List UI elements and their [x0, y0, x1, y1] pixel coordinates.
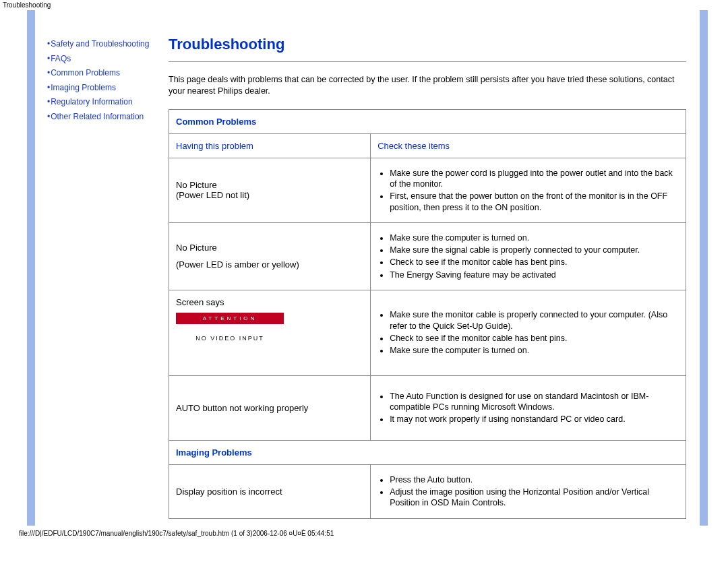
window-title: Troubleshooting	[0, 0, 728, 10]
intro-text: This page deals with problems that can b…	[169, 74, 686, 97]
check-cell: Press the Auto button. Adjust the image …	[371, 464, 686, 518]
page-title: Troubleshooting	[169, 36, 686, 53]
problem-cell: Screen says ATTENTION NO VIDEO INPUT	[169, 290, 371, 375]
check-item: Make sure the monitor cable is properly …	[390, 309, 679, 332]
section-common-problems: Common Problems	[169, 109, 686, 133]
page-wrap: Safety and Troubleshooting FAQs Common P…	[0, 10, 728, 526]
footer-path: file:///D|/EDFU/LCD/190C7/manual/english…	[0, 526, 728, 540]
column-header-check: Check these items	[371, 133, 686, 158]
section-imaging-problems: Imaging Problems	[169, 440, 686, 464]
check-item: Make sure the computer is turned on.	[390, 232, 679, 243]
sidebar-nav: Safety and Troubleshooting FAQs Common P…	[47, 10, 162, 526]
nav-safety-troubleshooting[interactable]: Safety and Troubleshooting	[51, 39, 149, 49]
check-cell: Make sure the computer is turned on. Mak…	[371, 222, 686, 290]
osd-warning-box: ATTENTION NO VIDEO INPUT	[176, 313, 284, 355]
check-cell: Make sure the power cord is plugged into…	[371, 158, 686, 222]
check-cell: Make sure the monitor cable is properly …	[371, 290, 686, 375]
troubleshooting-table: Common Problems Having this problem Chec…	[169, 109, 686, 519]
problem-text: (Power LED is amber or yellow)	[176, 259, 299, 270]
problem-text: Screen says	[176, 297, 224, 307]
check-cell: The Auto Function is designed for use on…	[371, 375, 686, 440]
check-item: Check to see if the monitor cable has be…	[390, 257, 679, 268]
table-row: No Picture (Power LED not lit) Make sure…	[169, 158, 686, 222]
table-row: No Picture (Power LED is amber or yellow…	[169, 222, 686, 290]
problem-cell: No Picture (Power LED not lit)	[169, 158, 371, 222]
osd-header: ATTENTION	[176, 313, 284, 324]
problem-cell: Display position is incorrect	[169, 464, 371, 518]
title-separator	[169, 61, 686, 62]
nav-other-related-information[interactable]: Other Related Information	[51, 112, 144, 121]
problem-cell: No Picture (Power LED is amber or yellow…	[169, 222, 371, 290]
check-item: Make sure the computer is turned on.	[390, 345, 679, 356]
left-accent-bar	[27, 10, 35, 526]
table-row: Display position is incorrect Press the …	[169, 464, 686, 518]
problem-text: No Picture	[176, 243, 363, 253]
check-item: Check to see if the monitor cable has be…	[390, 333, 679, 344]
osd-body: NO VIDEO INPUT	[176, 324, 284, 355]
problem-cell: AUTO button not working properly	[169, 375, 371, 440]
table-row: AUTO button not working properly The Aut…	[169, 375, 686, 440]
check-item: Press the Auto button.	[390, 474, 679, 485]
check-item: The Auto Function is designed for use on…	[390, 391, 679, 413]
check-item: It may not work properly if using nonsta…	[390, 414, 679, 425]
nav-faqs[interactable]: FAQs	[51, 54, 71, 63]
check-item: Make sure the power cord is plugged into…	[390, 168, 679, 190]
problem-text: No Picture	[176, 180, 217, 190]
check-item: First, ensure that the power button on t…	[390, 191, 679, 213]
column-header-problem: Having this problem	[169, 133, 371, 158]
problem-text: Display position is incorrect	[176, 487, 282, 497]
problem-text: (Power LED not lit)	[176, 190, 249, 200]
problem-text: AUTO button not working properly	[176, 403, 308, 413]
table-row: Screen says ATTENTION NO VIDEO INPUT Mak…	[169, 290, 686, 375]
main-content: Troubleshooting This page deals with pro…	[162, 10, 693, 526]
check-item: Make sure the signal cable is properly c…	[390, 245, 679, 255]
nav-common-problems[interactable]: Common Problems	[51, 68, 120, 77]
check-item: Adjust the image position using the Hori…	[390, 487, 679, 509]
nav-imaging-problems[interactable]: Imaging Problems	[51, 83, 116, 92]
nav-regulatory-information[interactable]: Regulatory Information	[51, 97, 132, 106]
check-item: The Energy Saving feature may be activat…	[390, 270, 679, 280]
right-accent-bar	[700, 10, 708, 526]
